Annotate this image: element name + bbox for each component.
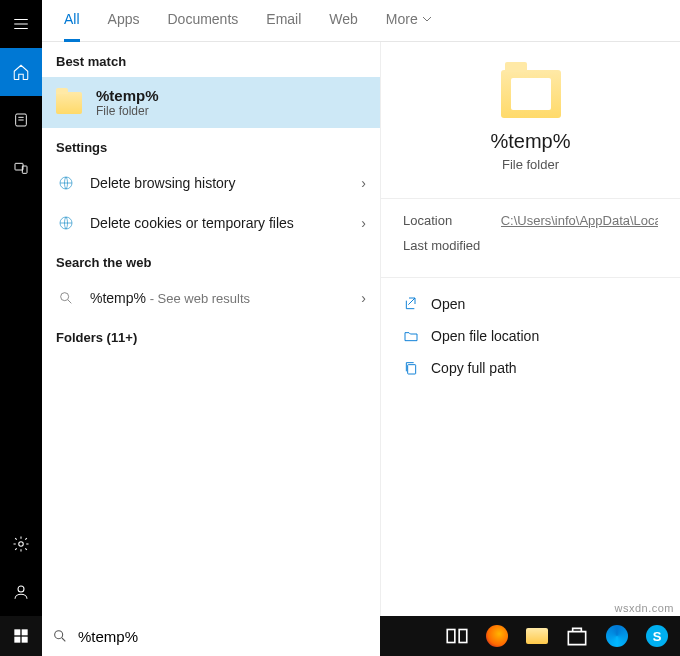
svg-point-7 <box>61 293 69 301</box>
globe-icon <box>56 173 76 193</box>
open-icon <box>403 296 419 312</box>
search-icon <box>56 288 76 308</box>
globe-icon <box>56 213 76 233</box>
tab-email[interactable]: Email <box>266 0 301 42</box>
folder-open-icon <box>403 328 419 344</box>
menu-button[interactable] <box>0 0 42 48</box>
tab-apps[interactable]: Apps <box>108 0 140 42</box>
action-open-location[interactable]: Open file location <box>403 320 658 352</box>
best-match-subtitle: File folder <box>96 104 159 118</box>
modified-label: Last modified <box>403 238 503 253</box>
section-folders: Folders (11+) <box>42 318 380 353</box>
svg-rect-10 <box>22 629 28 635</box>
svg-rect-1 <box>15 163 23 170</box>
devices-button[interactable] <box>0 144 42 192</box>
svg-rect-15 <box>459 630 467 643</box>
section-search-web: Search the web <box>42 243 380 278</box>
recent-button[interactable] <box>0 96 42 144</box>
folder-icon <box>501 70 561 118</box>
store-icon[interactable] <box>564 623 590 649</box>
taskbar-tray: S <box>434 623 680 649</box>
watermark: wsxdn.com <box>614 602 674 614</box>
section-settings: Settings <box>42 128 380 163</box>
settings-item-label: Delete cookies or temporary files <box>90 215 294 231</box>
search-icon <box>52 628 68 644</box>
chevron-right-icon: › <box>361 290 366 306</box>
web-result-suffix: - See web results <box>146 291 250 306</box>
search-box[interactable] <box>42 616 380 656</box>
skype-icon[interactable]: S <box>644 623 670 649</box>
web-result-query: %temp% <box>90 290 146 306</box>
edge-icon[interactable] <box>604 623 630 649</box>
svg-rect-11 <box>14 637 20 643</box>
folder-icon <box>56 92 82 114</box>
svg-rect-9 <box>14 629 20 635</box>
start-button[interactable] <box>0 616 42 656</box>
svg-rect-8 <box>408 365 416 374</box>
copy-icon <box>403 360 419 376</box>
preview-title: %temp% <box>381 130 680 153</box>
best-match-title: %temp% <box>96 87 159 104</box>
svg-rect-12 <box>22 637 28 643</box>
svg-point-3 <box>19 542 24 547</box>
web-result-item[interactable]: %temp% - See web results › <box>42 278 380 318</box>
settings-button[interactable] <box>0 520 42 568</box>
account-button[interactable] <box>0 568 42 616</box>
settings-item-delete-cookies[interactable]: Delete cookies or temporary files › <box>42 203 380 243</box>
action-open[interactable]: Open <box>403 288 658 320</box>
settings-item-label: Delete browsing history <box>90 175 236 191</box>
chevron-down-icon <box>422 14 432 24</box>
location-label: Location <box>403 213 501 228</box>
left-rail <box>0 0 42 616</box>
svg-point-4 <box>18 586 24 592</box>
preview-panel: %temp% File folder Location C:\Users\inf… <box>380 42 680 616</box>
firefox-icon[interactable] <box>484 623 510 649</box>
tab-more[interactable]: More <box>386 0 432 42</box>
search-input[interactable] <box>78 628 370 645</box>
action-copy-path[interactable]: Copy full path <box>403 352 658 384</box>
best-match-item[interactable]: %temp% File folder <box>42 77 380 128</box>
taskbar: S <box>0 616 680 656</box>
task-view-button[interactable] <box>444 623 470 649</box>
svg-rect-14 <box>447 630 455 643</box>
explorer-icon[interactable] <box>524 623 550 649</box>
results-panel: Best match %temp% File folder Settings D… <box>42 42 380 616</box>
tab-all[interactable]: All <box>64 0 80 42</box>
section-best-match: Best match <box>42 42 380 77</box>
preview-kind: File folder <box>381 157 680 172</box>
svg-point-13 <box>55 631 63 639</box>
location-value[interactable]: C:\Users\info\AppData\Loca <box>501 213 658 228</box>
chevron-right-icon: › <box>361 215 366 231</box>
tab-web[interactable]: Web <box>329 0 358 42</box>
settings-item-browsing-history[interactable]: Delete browsing history › <box>42 163 380 203</box>
filter-tabs: All Apps Documents Email Web More <box>42 0 680 42</box>
home-button[interactable] <box>0 48 42 96</box>
tab-documents[interactable]: Documents <box>167 0 238 42</box>
chevron-right-icon: › <box>361 175 366 191</box>
